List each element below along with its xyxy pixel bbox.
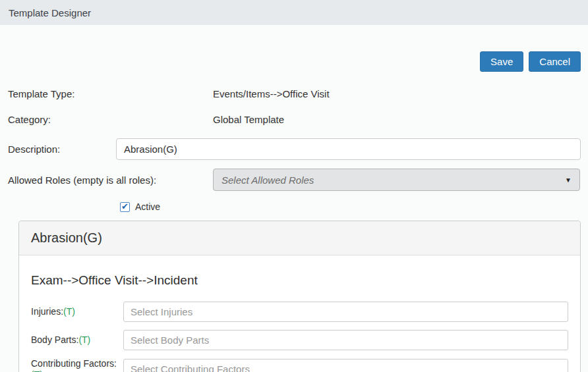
template-form: Template Type: Events/Items-->Office Vis… [0, 83, 588, 212]
category-value: Global Template [213, 114, 284, 125]
contributing-factors-input[interactable] [123, 359, 568, 372]
contributing-factors-label: Contributing Factors:(T) [31, 358, 123, 372]
panel-title: Abrasion(G) [31, 230, 102, 246]
template-type-value: Events/Items-->Office Visit [213, 88, 330, 99]
template-type-row: Template Type: Events/Items-->Office Vis… [0, 83, 588, 105]
contributing-factors-row: Contributing Factors:(T) [31, 358, 568, 372]
category-label: Category: [8, 114, 213, 125]
allowed-roles-row: Allowed Roles (empty is all roles): Sele… [0, 169, 588, 191]
save-button[interactable]: Save [480, 51, 523, 72]
body-parts-row: Body Parts:(T) [31, 330, 568, 350]
injuries-row: Injuries:(T) [31, 302, 568, 322]
description-label: Description: [8, 144, 116, 155]
allowed-roles-placeholder: Select Allowed Roles [221, 174, 314, 186]
allowed-roles-dropdown[interactable]: Select Allowed Roles ▼ [213, 169, 580, 191]
action-buttons: Save Cancel [0, 51, 581, 72]
active-checkbox-label: Active [135, 201, 160, 212]
template-flag: (T) [63, 306, 75, 317]
panel-header: Abrasion(G) [19, 221, 580, 255]
body-parts-input[interactable] [123, 330, 568, 350]
active-checkbox[interactable]: ✔ [120, 202, 130, 212]
page-title: Template Designer [9, 7, 91, 18]
section-heading: Exam-->Office Visit-->Incident [31, 273, 568, 288]
description-row: Description: [0, 138, 588, 160]
chevron-down-icon: ▼ [565, 176, 572, 184]
cancel-button[interactable]: Cancel [529, 51, 581, 72]
template-preview-panel: Abrasion(G) Exam-->Office Visit-->Incide… [18, 221, 581, 372]
template-type-label: Template Type: [8, 88, 213, 99]
body-parts-label: Body Parts:(T) [31, 334, 123, 346]
category-row: Category: Global Template [0, 109, 588, 130]
template-flag: (T) [78, 334, 90, 345]
panel-body: Exam-->Office Visit-->Incident Injuries:… [19, 255, 580, 372]
checkmark-icon: ✔ [121, 202, 129, 211]
template-flag: (T) [31, 369, 43, 372]
injuries-label: Injuries:(T) [31, 306, 123, 317]
active-row: ✔ Active [0, 201, 588, 212]
description-input[interactable] [116, 138, 581, 160]
allowed-roles-label: Allowed Roles (empty is all roles): [8, 174, 213, 186]
injuries-input[interactable] [123, 302, 568, 322]
app-header: Template Designer [0, 0, 588, 25]
